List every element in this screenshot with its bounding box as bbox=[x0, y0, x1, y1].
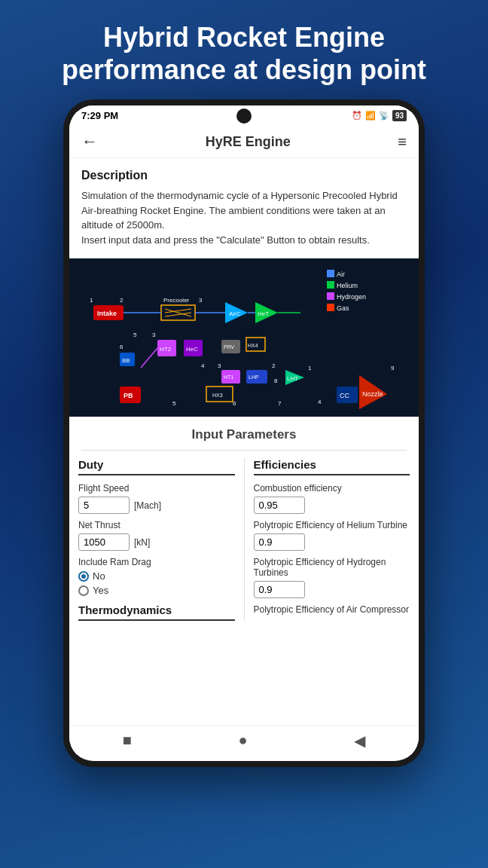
status-time: 7:29 PM bbox=[81, 110, 118, 121]
hydrogen-turbine-label: Polytropic Efficiency of Hydrogen Turbin… bbox=[254, 557, 410, 578]
description-title: Description bbox=[81, 169, 407, 182]
status-icons: ⏰ 📶 📡 93 bbox=[352, 110, 407, 121]
battery-icon: 93 bbox=[392, 110, 407, 121]
efficiencies-column: Efficiencies Combustion efficiency Polyt… bbox=[245, 458, 419, 621]
signal-icon: 📶 bbox=[365, 111, 376, 121]
svg-text:LHT: LHT bbox=[287, 375, 298, 382]
svg-text:3: 3 bbox=[199, 297, 203, 304]
nav-square-icon[interactable]: ■ bbox=[123, 732, 132, 749]
flight-speed-row: [Mach] bbox=[78, 497, 235, 514]
radio-no-label: No bbox=[93, 570, 105, 582]
net-thrust-label: Net Thrust bbox=[78, 520, 235, 530]
combustion-eff-row bbox=[254, 497, 410, 514]
helium-turbine-label: Polytropic Efficiency of Helium Turbine bbox=[254, 520, 410, 530]
svg-text:PRV: PRV bbox=[224, 344, 235, 350]
svg-text:6: 6 bbox=[233, 400, 236, 407]
flight-speed-unit: [Mach] bbox=[134, 500, 161, 511]
net-thrust-unit: [kN] bbox=[134, 537, 150, 548]
params-container: Duty Flight Speed [Mach] Net Thrust [kN]… bbox=[69, 451, 419, 628]
svg-text:4: 4 bbox=[318, 399, 322, 405]
svg-text:HX3: HX3 bbox=[212, 393, 223, 398]
svg-text:Air: Air bbox=[337, 270, 345, 278]
include-ram-drag-label: Include Ram Drag bbox=[78, 557, 235, 567]
svg-text:6: 6 bbox=[120, 344, 124, 350]
app-bar: ← HyRE Engine ≡ bbox=[69, 126, 419, 158]
input-params-header: Input Parameters bbox=[81, 417, 407, 451]
helium-turbine-input[interactable] bbox=[254, 533, 305, 551]
svg-text:1: 1 bbox=[308, 365, 312, 371]
svg-text:Intake: Intake bbox=[97, 310, 117, 317]
nav-back-icon[interactable]: ◀ bbox=[354, 732, 365, 750]
nav-circle-icon[interactable]: ● bbox=[238, 732, 247, 749]
svg-text:Helium: Helium bbox=[337, 282, 358, 289]
svg-text:Nozzle: Nozzle bbox=[362, 390, 383, 398]
scroll-area[interactable]: Description Simulation of the thermodyna… bbox=[69, 158, 419, 725]
net-thrust-input[interactable] bbox=[78, 533, 130, 551]
flight-speed-input[interactable] bbox=[78, 497, 130, 514]
svg-text:BB: BB bbox=[122, 357, 130, 364]
svg-text:HeT: HeT bbox=[258, 310, 269, 317]
duty-column: Duty Flight Speed [Mach] Net Thrust [kN]… bbox=[69, 458, 245, 621]
description-section: Description Simulation of the thermodyna… bbox=[69, 158, 419, 258]
duty-header: Duty bbox=[78, 458, 235, 475]
svg-text:AirC: AirC bbox=[229, 310, 241, 317]
radio-yes-label: Yes bbox=[93, 585, 108, 596]
combustion-eff-input[interactable] bbox=[254, 497, 305, 514]
back-button[interactable]: ← bbox=[81, 132, 98, 151]
svg-text:PB: PB bbox=[124, 392, 133, 399]
air-compressor-label: Polytropic Efficiency of Air Compressor bbox=[254, 604, 410, 615]
svg-rect-7 bbox=[327, 304, 334, 311]
radio-circle-yes bbox=[78, 585, 89, 596]
svg-text:3: 3 bbox=[152, 332, 156, 338]
svg-text:8: 8 bbox=[274, 377, 278, 384]
bottom-nav: ■ ● ◀ bbox=[69, 725, 419, 755]
svg-text:Gas: Gas bbox=[337, 304, 349, 312]
thermodynamics-header: Thermodynamics bbox=[78, 604, 235, 621]
svg-text:2: 2 bbox=[120, 297, 124, 304]
svg-rect-3 bbox=[327, 281, 334, 289]
svg-text:9: 9 bbox=[391, 365, 395, 371]
page-title: Hybrid Rocket Engine performance at desi… bbox=[32, 0, 456, 99]
hydrogen-turbine-input[interactable] bbox=[254, 581, 305, 598]
svg-text:5: 5 bbox=[172, 400, 176, 407]
phone-wrapper: 7:29 PM ⏰ 📶 📡 93 ← HyRE Engine ≡ Descrip… bbox=[63, 99, 425, 767]
alarm-icon: ⏰ bbox=[352, 111, 362, 121]
ram-drag-radio-group: No Yes bbox=[78, 570, 235, 596]
svg-text:HT1: HT1 bbox=[224, 374, 233, 380]
radio-no[interactable]: No bbox=[78, 570, 235, 582]
svg-text:1: 1 bbox=[90, 297, 93, 304]
svg-text:LHP: LHP bbox=[249, 374, 259, 380]
radio-yes[interactable]: Yes bbox=[78, 585, 235, 596]
flight-speed-label: Flight Speed bbox=[78, 483, 235, 494]
combustion-eff-label: Combustion efficiency bbox=[254, 483, 410, 494]
hydrogen-turbine-row bbox=[254, 581, 410, 598]
svg-text:HT2: HT2 bbox=[160, 346, 172, 353]
notch bbox=[236, 108, 252, 124]
description-text: Simulation of the thermodynamic cycle of… bbox=[81, 188, 407, 247]
svg-text:Precooler: Precooler bbox=[163, 297, 190, 304]
wifi-icon: 📡 bbox=[379, 111, 389, 121]
menu-button[interactable]: ≡ bbox=[398, 133, 407, 151]
svg-text:5: 5 bbox=[133, 332, 137, 338]
svg-text:CC: CC bbox=[340, 392, 349, 399]
svg-rect-5 bbox=[327, 292, 334, 300]
svg-rect-1 bbox=[327, 270, 334, 277]
helium-turbine-row bbox=[254, 533, 410, 551]
svg-text:2: 2 bbox=[272, 362, 276, 369]
svg-text:HeC: HeC bbox=[186, 346, 198, 353]
net-thrust-row: [kN] bbox=[78, 533, 235, 551]
app-title: HyRE Engine bbox=[206, 134, 291, 150]
svg-text:HX4: HX4 bbox=[248, 343, 258, 348]
phone-screen: 7:29 PM ⏰ 📶 📡 93 ← HyRE Engine ≡ Descrip… bbox=[69, 105, 419, 761]
svg-text:3: 3 bbox=[218, 362, 221, 369]
svg-text:7: 7 bbox=[278, 400, 282, 407]
diagram-area: Air Helium Hydrogen Gas 1 2 Precooler 3 … bbox=[69, 258, 419, 417]
radio-circle-no bbox=[78, 571, 89, 582]
svg-text:Hydrogen: Hydrogen bbox=[337, 293, 366, 301]
efficiencies-header: Efficiencies bbox=[254, 458, 410, 475]
svg-text:4: 4 bbox=[201, 362, 205, 369]
